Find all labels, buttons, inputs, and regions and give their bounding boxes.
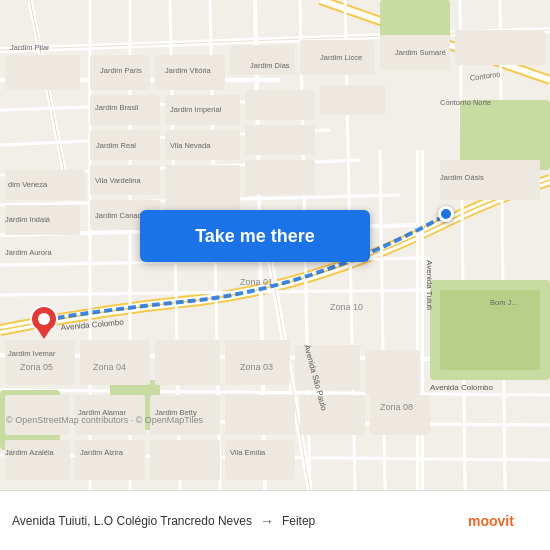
svg-rect-65 (300, 395, 365, 435)
moovit-logo: moovit (468, 510, 538, 532)
svg-rect-66 (370, 395, 430, 435)
svg-rect-42 (245, 90, 315, 120)
svg-text:Jardim Azaléia: Jardim Azaléia (5, 448, 55, 457)
from-location: Avenida Tuiuti, L.O Colégio Trancredo Ne… (12, 514, 252, 528)
svg-text:Zona 03: Zona 03 (240, 362, 273, 372)
svg-text:Zona 04: Zona 04 (93, 362, 126, 372)
to-location: Feitep (282, 514, 315, 528)
svg-text:dim Veneza: dim Veneza (8, 180, 48, 189)
svg-text:Zona 05: Zona 05 (20, 362, 53, 372)
svg-text:Jardim Pilar: Jardim Pilar (10, 43, 50, 52)
svg-text:Zona 08: Zona 08 (380, 402, 413, 412)
svg-text:Jardim Licce: Jardim Licce (320, 53, 362, 62)
svg-rect-49 (165, 165, 240, 200)
svg-text:Jardim Alzira: Jardim Alzira (80, 448, 124, 457)
svg-rect-70 (225, 440, 295, 480)
svg-rect-46 (245, 125, 315, 155)
route-info: Avenida Tuiuti, L.O Colégio Trancredo Ne… (12, 513, 468, 529)
svg-text:Bom J...: Bom J... (490, 298, 518, 307)
svg-text:Jardim Indaiá: Jardim Indaiá (5, 215, 51, 224)
svg-text:Contorno Norte: Contorno Norte (440, 98, 491, 107)
svg-rect-67 (5, 440, 70, 480)
svg-text:Vila Nevada: Vila Nevada (170, 141, 211, 150)
svg-text:Jardim Imperial: Jardim Imperial (170, 105, 222, 114)
svg-text:Jardim Aurora: Jardim Aurora (5, 248, 53, 257)
svg-text:Vila Vardelina: Vila Vardelina (95, 176, 141, 185)
svg-rect-33 (5, 55, 80, 90)
origin-marker (30, 305, 58, 343)
take-me-there-button[interactable]: Take me there (140, 210, 370, 262)
svg-rect-68 (75, 440, 145, 480)
svg-text:Zona 01: Zona 01 (240, 277, 273, 287)
svg-text:Jardim Paris: Jardim Paris (100, 66, 142, 75)
svg-rect-31 (460, 100, 550, 170)
svg-text:Jardim Ivemar: Jardim Ivemar (8, 349, 56, 358)
svg-text:Vila Emília: Vila Emília (230, 448, 266, 457)
svg-rect-36 (230, 45, 295, 75)
svg-rect-57 (155, 340, 220, 385)
svg-text:Avenida Tuiuti: Avenida Tuiuti (425, 260, 434, 310)
map-copyright: © OpenStreetMap contributors · © OpenMap… (6, 415, 203, 425)
destination-marker (438, 206, 454, 222)
svg-rect-39 (455, 30, 545, 65)
svg-text:Jardim Brasil: Jardim Brasil (95, 103, 139, 112)
svg-text:Zona 10: Zona 10 (330, 302, 363, 312)
svg-text:Jardim Real: Jardim Real (96, 141, 136, 150)
svg-rect-69 (150, 440, 220, 480)
map-container: Zona 05 Zona 04 Zona 01 Zona 10 Zona 03 … (0, 0, 550, 490)
svg-text:Avenida Colombo: Avenida Colombo (430, 383, 494, 392)
svg-rect-64 (225, 395, 295, 435)
svg-text:Jardim Vitória: Jardim Vitória (165, 66, 212, 75)
arrow-icon: → (260, 513, 274, 529)
svg-text:moovit: moovit (468, 513, 514, 529)
bottom-bar: Avenida Tuiuti, L.O Colégio Trancredo Ne… (0, 490, 550, 550)
svg-marker-109 (36, 327, 52, 339)
svg-text:Jardim Canadá: Jardim Canadá (95, 211, 147, 220)
svg-rect-43 (320, 85, 385, 115)
svg-text:Jardim Dias: Jardim Dias (250, 61, 290, 70)
svg-rect-60 (365, 350, 420, 395)
svg-point-108 (38, 313, 50, 325)
svg-text:Jardim Sumaré: Jardim Sumaré (395, 48, 446, 57)
svg-rect-50 (245, 160, 315, 195)
svg-text:Jardim Oásis: Jardim Oásis (440, 173, 484, 182)
